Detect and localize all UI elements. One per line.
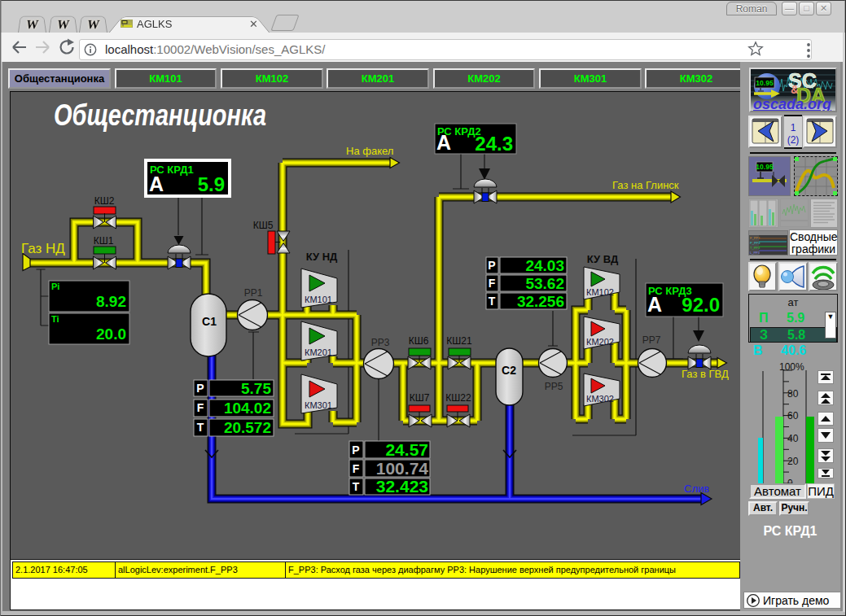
- svg-text:КШ6: КШ6: [409, 335, 429, 347]
- svg-text:T: T: [489, 295, 496, 308]
- svg-text:КМ302: КМ302: [586, 394, 614, 404]
- svg-text:КШ22: КШ22: [445, 392, 471, 404]
- svg-text:КШ7: КШ7: [410, 392, 430, 404]
- svg-text:Pi: Pi: [51, 282, 59, 291]
- svg-text:КШ21: КШ21: [446, 335, 472, 347]
- svg-text:10.95: 10.95: [756, 163, 774, 171]
- svg-text:РР3: РР3: [371, 337, 390, 348]
- svg-text:20.572: 20.572: [224, 419, 271, 436]
- svg-text:92.0: 92.0: [682, 294, 720, 316]
- svg-text:РР7: РР7: [642, 334, 661, 346]
- svg-text:КМ301: КМ301: [305, 400, 332, 410]
- svg-text:С1: С1: [202, 315, 217, 328]
- svg-text:А: А: [436, 131, 451, 154]
- svg-text:53.62: 53.62: [525, 275, 564, 292]
- svg-text:104.02: 104.02: [224, 400, 271, 417]
- svg-text:Общестанционка: Общестанционка: [54, 98, 266, 132]
- svg-text:С2: С2: [502, 364, 516, 377]
- svg-text:80: 80: [787, 388, 799, 400]
- svg-text:Газ на Глинск: Газ на Глинск: [612, 179, 679, 191]
- svg-text:Газ НД: Газ НД: [21, 241, 65, 256]
- svg-text:24.3: 24.3: [475, 133, 513, 155]
- svg-text:КУ ВД: КУ ВД: [587, 253, 619, 265]
- svg-text:КМ202: КМ202: [586, 337, 614, 347]
- svg-text:КМ102: КМ102: [586, 287, 614, 297]
- svg-text:На факел: На факел: [346, 145, 393, 157]
- svg-text:20: 20: [787, 456, 799, 467]
- svg-text:КШ2: КШ2: [94, 195, 115, 207]
- svg-text:КШ1: КШ1: [94, 235, 114, 247]
- svg-text:L_PP3: L_PP3: [750, 251, 761, 255]
- svg-text:24.03: 24.03: [525, 257, 564, 274]
- svg-text:32.256: 32.256: [517, 293, 564, 310]
- svg-text:P: P: [196, 382, 204, 395]
- svg-text:РР5: РР5: [545, 381, 563, 392]
- svg-text:Газ в ГВД: Газ в ГВД: [682, 368, 729, 380]
- svg-text:32.423: 32.423: [376, 477, 428, 496]
- svg-text:20.0: 20.0: [96, 325, 126, 343]
- svg-text:А: А: [647, 293, 662, 316]
- svg-text:КУ НД: КУ НД: [306, 251, 338, 263]
- svg-text:10.95: 10.95: [756, 79, 774, 87]
- svg-text:Ti: Ti: [51, 314, 59, 324]
- svg-text:КМ101: КМ101: [305, 295, 332, 304]
- svg-text:8.92: 8.92: [96, 293, 126, 310]
- svg-text:T: T: [197, 421, 204, 434]
- svg-text:5.9: 5.9: [198, 173, 225, 195]
- svg-text:oscada.org: oscada.org: [753, 96, 831, 111]
- svg-text:P: P: [352, 443, 359, 457]
- svg-text:T: T: [353, 480, 360, 493]
- svg-text:F: F: [353, 462, 360, 475]
- svg-text:КМ201: КМ201: [305, 347, 332, 357]
- svg-text:Слив: Слив: [684, 483, 709, 495]
- svg-text:F: F: [489, 277, 496, 290]
- svg-text:60: 60: [787, 410, 799, 422]
- svg-text:P: P: [488, 259, 495, 272]
- svg-text:F: F: [197, 401, 204, 414]
- svg-text:5.75: 5.75: [241, 380, 271, 397]
- svg-text:РР1: РР1: [244, 287, 263, 299]
- svg-text:А: А: [149, 173, 164, 195]
- svg-text:24.57: 24.57: [385, 440, 428, 459]
- svg-text:40: 40: [787, 433, 799, 444]
- svg-text:КШ5: КШ5: [253, 220, 274, 231]
- svg-text:100.74: 100.74: [376, 459, 429, 478]
